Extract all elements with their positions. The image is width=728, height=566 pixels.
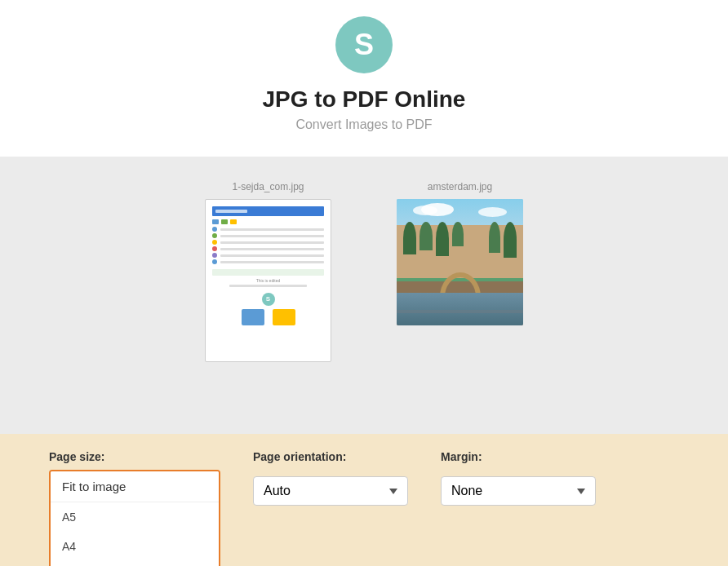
page-subtitle: Convert Images to PDF (0, 117, 728, 132)
page-size-group: Page size: Fit to image A5 A4 A3 Fit to … (49, 450, 220, 566)
orientation-select[interactable]: Auto (253, 476, 408, 506)
trees-right (489, 222, 517, 258)
dropdown-a5-option[interactable]: A5 (51, 502, 219, 532)
logo: S (335, 16, 393, 73)
logo-letter: S (354, 30, 374, 60)
thumbnail-amsterdam (397, 199, 523, 325)
dropdown-a4-option[interactable]: A4 (51, 532, 219, 561)
margin-group: Margin: None (441, 450, 596, 506)
filename-2: amsterdam.jpg (428, 181, 492, 192)
orientation-group: Page orientation: Auto (253, 450, 408, 506)
margin-chevron-icon (577, 489, 585, 494)
orientation-selected-text: Auto (264, 484, 291, 498)
main-content: 1-sejda_com.jpg (0, 157, 728, 434)
controls-section: Page size: Fit to image A5 A4 A3 Fit to … (0, 434, 728, 566)
dropdown-fit-option-top[interactable]: Fit to image (51, 471, 219, 502)
margin-selected-text: None (451, 484, 482, 498)
trees (403, 222, 464, 256)
orientation-label: Page orientation: (253, 450, 408, 463)
page-size-dropdown-open[interactable]: Fit to image A5 A4 A3 (49, 470, 220, 566)
page-title: JPG to PDF Online (0, 86, 728, 113)
image-card-1: 1-sejda_com.jpg (205, 181, 331, 362)
image-card-2: amsterdam.jpg (397, 181, 523, 362)
margin-select[interactable]: None (441, 476, 596, 506)
dropdown-open-box[interactable]: Fit to image A5 A4 A3 (49, 470, 220, 566)
margin-label: Margin: (441, 450, 596, 463)
header-section: S JPG to PDF Online Convert Images to PD… (0, 0, 728, 157)
images-row: 1-sejda_com.jpg (16, 181, 712, 362)
filename-1: 1-sejda_com.jpg (232, 181, 304, 192)
orientation-chevron-icon (389, 489, 397, 494)
water (397, 293, 523, 325)
dropdown-a3-option[interactable]: A3 (51, 561, 219, 566)
thumbnail-sejda: This is edited S (205, 199, 331, 362)
page-size-label: Page size: (49, 450, 220, 463)
